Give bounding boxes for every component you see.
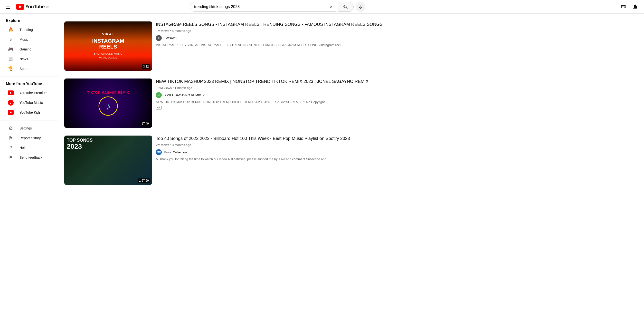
video-title[interactable]: NEW TIKTOK MASHUP 2023 REMIX | NONSTOP T… <box>156 79 638 85</box>
news-icon <box>8 56 14 62</box>
layout: Explore Trending Music Gaming News Sport… <box>0 14 644 193</box>
sidebar-item-help[interactable]: ? Help <box>2 143 56 153</box>
settings-icon <box>8 125 14 131</box>
result-item: TOP SONGS2023 1:57:59 Top 40 Songs of 20… <box>64 132 638 189</box>
channel-name[interactable]: Music Collection <box>164 150 187 154</box>
search-bar: ✕ <box>190 2 336 12</box>
music-icon <box>8 37 14 43</box>
voice-search-button[interactable] <box>356 2 365 12</box>
sidebar-item-send-feedback[interactable]: ⚑ Send feedback <box>2 153 56 162</box>
logo-text: YouTube <box>25 4 44 10</box>
sidebar-item-gaming[interactable]: Gaming <box>2 44 56 54</box>
channel-row: E EWSA20 <box>156 35 638 41</box>
sidebar-yt-kids-label: YouTube Kids <box>20 110 40 114</box>
video-duration: 3:12 <box>142 64 150 69</box>
notifications-button[interactable] <box>630 2 640 12</box>
sidebar-item-sports[interactable]: Sports <box>2 64 56 74</box>
sidebar-gaming-label: Gaming <box>20 47 32 51</box>
result-item: VIRAL INSTAGRAMREELS BACKGROUND MUSICVIR… <box>64 18 638 75</box>
video-description: NEW TIKTOK MASHUP REMIX | NONSTOP TREND … <box>156 100 638 104</box>
channel-row: J JONEL SAGAYNO REMIX ✓ <box>156 92 638 98</box>
video-thumbnail[interactable]: TOP SONGS2023 1:57:59 <box>64 136 152 185</box>
create-button[interactable] <box>619 2 628 12</box>
result-info: Top 40 Songs of 2022 2023 - Billboard Ho… <box>156 136 638 185</box>
youtube-logo[interactable]: YouTubeVN <box>16 4 49 10</box>
bell-icon <box>632 4 638 10</box>
video-title[interactable]: Top 40 Songs of 2022 2023 - Billboard Ho… <box>156 136 638 142</box>
trending-icon <box>8 27 14 33</box>
sidebar-trending-label: Trending <box>20 28 33 32</box>
header-right <box>619 2 640 12</box>
video-thumbnail[interactable]: TIKTOK MASHUP REMIX ♪ 17:49 <box>64 79 152 128</box>
svg-text:♪: ♪ <box>106 100 111 112</box>
sidebar-item-settings[interactable]: Settings <box>2 123 56 133</box>
video-meta: 2M views • 3 months ago <box>156 143 638 147</box>
header-left: YouTubeVN <box>4 3 62 11</box>
channel-avatar: MC <box>156 149 162 155</box>
yt-premium-icon <box>8 90 14 96</box>
channel-name[interactable]: EWSA20 <box>164 36 176 40</box>
sidebar: Explore Trending Music Gaming News Sport… <box>0 14 58 193</box>
more-from-youtube-title: More from YouTube <box>0 80 58 88</box>
result-info: NEW TIKTOK MASHUP 2023 REMIX | NONSTOP T… <box>156 79 638 128</box>
channel-name[interactable]: JONEL SAGAYNO REMIX <box>164 93 201 97</box>
sidebar-send-feedback-label: Send feedback <box>20 156 42 159</box>
sidebar-item-news[interactable]: News <box>2 54 56 64</box>
results-list: VIRAL INSTAGRAMREELS BACKGROUND MUSICVIR… <box>64 18 638 189</box>
mic-icon <box>358 5 363 9</box>
main-content: VIRAL INSTAGRAMREELS BACKGROUND MUSICVIR… <box>58 14 644 193</box>
sidebar-settings-label: Settings <box>20 126 32 130</box>
sidebar-news-label: News <box>20 57 28 61</box>
result-item: TIKTOK MASHUP REMIX ♪ 17:49 NEW TIKTOK M… <box>64 75 638 132</box>
video-title[interactable]: INSTAGRAM REELS SONGS - INSTAGRAM REELS … <box>156 22 638 28</box>
send-feedback-icon: ⚑ <box>8 155 14 160</box>
yt-kids-icon <box>8 110 14 115</box>
video-duration: 1:57:59 <box>138 178 150 183</box>
logo-country: VN <box>46 5 49 8</box>
sidebar-yt-premium-label: YouTube Premium <box>20 91 48 95</box>
yt-music-icon <box>8 100 14 106</box>
video-description: ➤ Thank you for taking the time to watch… <box>156 157 638 161</box>
sidebar-divider-2 <box>0 120 58 120</box>
video-thumbnail[interactable]: VIRAL INSTAGRAMREELS BACKGROUND MUSICVIR… <box>64 22 152 71</box>
report-history-icon <box>8 135 14 141</box>
sidebar-item-report-history[interactable]: Report history <box>2 133 56 143</box>
4k-badge: 4K <box>156 106 162 110</box>
sidebar-item-trending[interactable]: Trending <box>2 25 56 35</box>
sidebar-item-yt-music[interactable]: YouTube Music <box>2 98 56 108</box>
gaming-icon <box>8 46 14 52</box>
sidebar-help-label: Help <box>20 146 26 150</box>
video-meta: 1.6M views • 1 month ago <box>156 86 638 90</box>
sports-icon <box>8 66 14 72</box>
search-clear-button[interactable]: ✕ <box>326 4 336 10</box>
create-icon <box>620 4 626 10</box>
search-submit-button[interactable] <box>338 2 354 12</box>
header: YouTubeVN ✕ <box>0 0 644 14</box>
sidebar-item-yt-kids[interactable]: YouTube Kids <box>2 108 56 117</box>
result-info: INSTAGRAM REELS SONGS - INSTAGRAM REELS … <box>156 22 638 71</box>
channel-row: MC Music Collection <box>156 149 638 155</box>
channel-avatar: E <box>156 35 162 41</box>
hamburger-button[interactable] <box>4 3 12 11</box>
sidebar-divider-1 <box>0 77 58 77</box>
video-meta: 1M views • 4 months ago <box>156 29 638 33</box>
sidebar-yt-music-label: YouTube Music <box>20 101 42 105</box>
search-input[interactable] <box>190 2 326 12</box>
video-duration: 17:49 <box>140 121 150 126</box>
sidebar-sports-label: Sports <box>20 67 29 71</box>
sidebar-music-label: Music <box>20 38 28 42</box>
sidebar-item-yt-premium[interactable]: YouTube Premium <box>2 88 56 98</box>
channel-avatar: J <box>156 92 162 98</box>
help-icon: ? <box>8 145 14 151</box>
search-icon <box>344 5 348 9</box>
header-center: ✕ <box>190 2 365 12</box>
sidebar-report-history-label: Report history <box>20 136 41 140</box>
video-description: INSTAGRAM REELS SONGS - INSTAGRAM REELS … <box>156 43 638 47</box>
explore-title: Explore <box>0 17 58 25</box>
logo-icon <box>16 4 24 10</box>
sidebar-item-music[interactable]: Music <box>2 35 56 44</box>
verified-icon: ✓ <box>203 93 206 97</box>
